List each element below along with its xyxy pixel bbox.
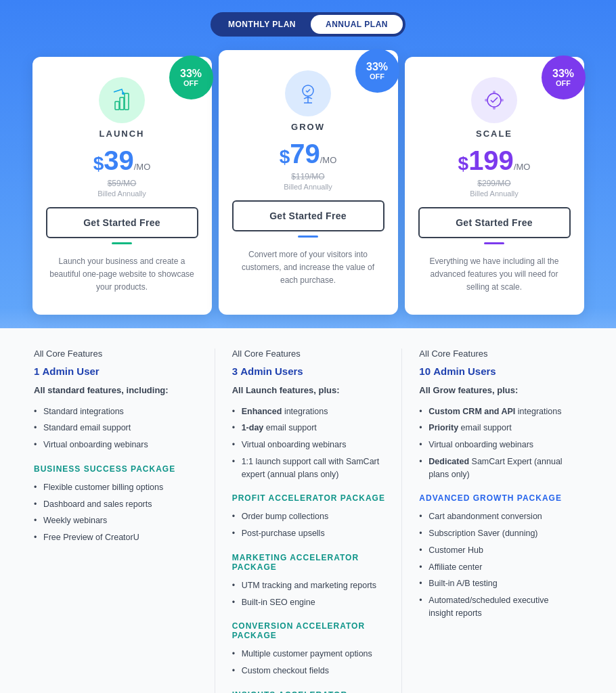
grow-features-col: All Core Features 3 Admin Users All Laun…	[215, 349, 402, 693]
grow-icon-circle	[285, 70, 331, 116]
launch-package-list-0: Flexible customer billing options Dashbo…	[34, 479, 201, 546]
svg-rect-2	[125, 93, 129, 110]
launch-icon-circle	[99, 77, 145, 123]
scale-features-col: All Core Features 10 Admin Users All Gro…	[401, 349, 589, 693]
grow-original-price: $119/MO	[232, 172, 384, 181]
launch-features-col: All Core Features 1 Admin User All stand…	[27, 349, 215, 693]
list-item: Built-in SEO engine	[232, 594, 389, 611]
grow-package-list-2: Multiple customer payment options Custom…	[232, 646, 389, 679]
scale-underline	[484, 242, 504, 244]
list-item: Affiliate center	[419, 559, 575, 576]
scale-admin-count: 10 Admin Users	[419, 365, 575, 377]
scale-plan-card: 33% OFF SCALE $199/MO $299/MO Billed Ann…	[405, 57, 584, 315]
scale-package-list-0: Cart abandonment conversion Subscription…	[419, 508, 575, 621]
scale-feature-list: Custom CRM and API integrations Priority…	[419, 403, 575, 483]
launch-badge-off: OFF	[183, 79, 198, 87]
list-item: Multiple customer payment options	[232, 646, 389, 663]
launch-core-label: All Core Features	[34, 349, 201, 359]
scale-plan-name: SCALE	[418, 129, 571, 139]
list-item: Virtual onboarding webinars	[232, 437, 389, 453]
list-item: Standard integrations	[34, 403, 201, 420]
launch-billed: Billed Annually	[46, 189, 198, 198]
launch-description: Launch your business and create a beauti…	[46, 255, 198, 294]
svg-point-9	[485, 99, 487, 102]
launch-plan-price: $39/MO	[46, 146, 198, 176]
list-item: Subscription Saver (dunning)	[419, 525, 575, 542]
grow-core-label: All Core Features	[232, 349, 389, 359]
plans-container: 33% OFF LAUNCH $39/MO $59/MO Billed Annu…	[0, 50, 616, 315]
list-item: Built-in A/B testing	[419, 575, 575, 592]
scale-icon-circle	[471, 77, 517, 123]
list-item: Order bump collections	[232, 508, 389, 525]
svg-rect-1	[120, 97, 124, 110]
grow-feature-heading: All Launch features, plus:	[232, 385, 389, 395]
scale-discount-badge: 33% OFF	[542, 55, 586, 99]
grow-package-list-1: UTM tracking and marketing reports Built…	[232, 577, 389, 611]
launch-package-title-0: BUSINESS SUCCESS PACKAGE	[34, 464, 201, 474]
grow-feature-list: Enhanced integrations 1-day email suppor…	[232, 403, 389, 483]
list-item: Cart abandonment conversion	[419, 508, 575, 525]
list-item: 1:1 launch support call with SamCart exp…	[232, 453, 389, 483]
scale-billed: Billed Annually	[418, 189, 571, 198]
scale-plan-price: $199/MO	[418, 146, 571, 176]
list-item: Priority email support	[419, 420, 575, 437]
launch-discount-badge: 33% OFF	[169, 55, 213, 99]
list-item: Standard email support	[34, 420, 201, 437]
grow-package-title-2: CONVERSION ACCELERATOR PACKAGE	[232, 621, 389, 640]
list-item: Customer Hub	[419, 542, 575, 559]
grow-description: Convert more of your visitors into custo…	[232, 248, 384, 288]
svg-point-3	[122, 92, 125, 95]
grow-admin-count: 3 Admin Users	[232, 365, 389, 377]
list-item: Flexible customer billing options	[34, 479, 201, 496]
grow-package-title-1: MARKETING ACCELERATOR PACKAGE	[232, 553, 389, 572]
list-item: Enhanced integrations	[232, 403, 389, 420]
launch-feature-list: Standard integrations Standard email sup…	[34, 403, 201, 453]
scale-original-price: $299/MO	[418, 179, 571, 188]
annual-plan-toggle[interactable]: ANNUAL PLAN	[311, 15, 403, 34]
list-item: Dedicated SamCart Expert (annual plans o…	[419, 453, 575, 483]
grow-cta-button[interactable]: Get Started Free	[232, 200, 384, 231]
grow-billed: Billed Annually	[232, 183, 384, 191]
scale-package-title-0: ADVANCED GROWTH PACKAGE	[419, 493, 575, 503]
svg-point-7	[501, 99, 504, 102]
scale-cta-button[interactable]: Get Started Free	[418, 207, 571, 238]
grow-package-title-0: PROFIT ACCELERATOR PACKAGE	[232, 493, 389, 503]
scale-badge-off: OFF	[556, 79, 571, 87]
list-item: Post-purchase upsells	[232, 525, 389, 542]
monthly-plan-toggle[interactable]: MONTHLY PLAN	[213, 15, 311, 34]
scale-description: Everything we have including all the adv…	[418, 255, 571, 294]
scale-core-label: All Core Features	[419, 349, 575, 359]
grow-plan-card: 33% OFF GROW $79/MO $119/MO Billed Annua…	[219, 50, 398, 315]
launch-badge-percent: 33%	[180, 68, 202, 80]
list-item: Virtual onboarding webinars	[34, 437, 201, 453]
grow-badge-off: OFF	[370, 72, 384, 81]
list-item: Weekly webinars	[34, 512, 201, 529]
list-item: Automated/scheduled executive insight re…	[419, 592, 575, 622]
svg-point-6	[493, 91, 496, 93]
launch-plan-card: 33% OFF LAUNCH $39/MO $59/MO Billed Annu…	[32, 57, 212, 315]
scale-feature-heading: All Grow features, plus:	[419, 385, 575, 395]
launch-feature-heading: All standard features, including:	[34, 385, 201, 395]
list-item: Custom checkout fields	[232, 663, 389, 679]
svg-rect-0	[115, 102, 119, 110]
svg-point-8	[493, 107, 496, 110]
grow-underline	[298, 236, 318, 238]
launch-plan-name: LAUNCH	[46, 129, 198, 139]
features-grid: All Core Features 1 Admin User All stand…	[27, 349, 589, 693]
grow-package-list-0: Order bump collections Post-purchase ups…	[232, 508, 389, 542]
launch-cta-button[interactable]: Get Started Free	[46, 207, 198, 238]
list-item: UTM tracking and marketing reports	[232, 577, 389, 594]
grow-plan-name: GROW	[232, 122, 384, 132]
list-item: Free Preview of CreatorU	[34, 529, 201, 546]
launch-original-price: $59/MO	[46, 179, 198, 188]
plan-toggle: MONTHLY PLAN ANNUAL PLAN	[0, 0, 616, 50]
list-item: Virtual onboarding webinars	[419, 437, 575, 453]
grow-badge-percent: 33%	[366, 61, 388, 73]
launch-admin-count: 1 Admin User	[34, 365, 201, 377]
list-item: Custom CRM and API integrations	[419, 403, 575, 420]
list-item: Dashboard and sales reports	[34, 496, 201, 513]
scale-badge-percent: 33%	[552, 68, 574, 80]
grow-package-title-3: INSIGHTS ACCELERATOR PACKAGE	[232, 690, 389, 693]
grow-discount-badge: 33% OFF	[355, 49, 399, 93]
features-section: All Core Features 1 Admin User All stand…	[0, 328, 616, 693]
